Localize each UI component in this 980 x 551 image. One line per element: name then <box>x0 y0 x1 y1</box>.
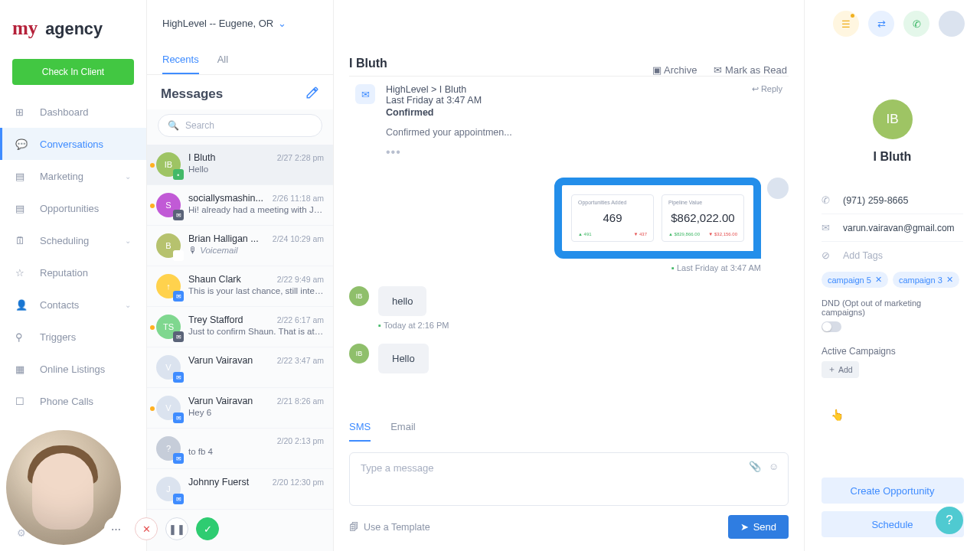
nav-triggers[interactable]: ⚲Triggers <box>0 321 146 353</box>
contact-avatar-small: IB <box>349 344 369 364</box>
nav-scheduling[interactable]: 🗓Scheduling⌄ <box>0 224 146 256</box>
conversation-time: 2/20 12:30 pm <box>273 478 324 487</box>
close-icon[interactable]: ✕ <box>135 517 158 540</box>
dnd-label: DND (Opt out of marketing campaigns) <box>822 298 963 317</box>
add-tags-row[interactable]: ⊘ Add Tags <box>822 242 963 269</box>
calendar-icon: 🗓 <box>15 235 29 246</box>
tab-recents[interactable]: Recents <box>162 46 199 74</box>
conversation-time: 2/21 8:26 am <box>277 396 324 406</box>
envelope-icon: ✉ <box>355 84 375 104</box>
message-bubble[interactable]: hello <box>378 286 426 316</box>
email-preview: Confirmed your appointmen... <box>386 127 741 138</box>
conversation-item[interactable]: ↑✉Shaun Clark2/22 9:49 amThis is your la… <box>147 266 333 307</box>
remove-tag-icon[interactable]: ✕ <box>946 275 953 285</box>
channel-badge-icon: 🎙 <box>173 250 184 261</box>
emoji-icon[interactable]: ☺ <box>769 461 779 472</box>
chevron-down-icon: ⌄ <box>125 301 131 309</box>
dnd-toggle[interactable] <box>822 321 841 332</box>
conversation-name: Johnny Fuerst <box>188 477 249 487</box>
compose-icon[interactable] <box>305 86 319 102</box>
conversation-tabs: Recents All <box>147 46 333 75</box>
check-icon[interactable]: ✓ <box>196 517 219 540</box>
marketing-icon: ▤ <box>15 171 29 182</box>
conversation-item[interactable]: V✉Varun Vairavan2/22 3:47 am <box>147 347 333 388</box>
incoming-message: IB Hello <box>349 344 789 373</box>
conversation-snippet: Hey 6 <box>188 408 324 417</box>
nav-dashboard[interactable]: ⊞Dashboard <box>0 96 146 128</box>
mark-read-button[interactable]: ✉ Mark as Read <box>714 64 787 76</box>
search-input[interactable]: 🔍 Search <box>158 114 322 137</box>
conversation-item[interactable]: ?✉2/20 2:13 pmto fb 4 <box>147 429 333 469</box>
use-template-button[interactable]: 🗐 Use a Template <box>349 522 430 533</box>
outgoing-image-message: Opportunities Added 469 ▲ 491▼ 437 Pipel… <box>349 178 789 259</box>
conversation-list: IB▪I Bluth2/27 2:28 pmHelloS✉sociallysma… <box>147 145 333 550</box>
expand-icon[interactable]: ••• <box>386 145 741 159</box>
conversation-item[interactable]: B🎙Brian Halligan ...2/24 10:29 am🎙 Voice… <box>147 226 333 266</box>
tag-chip[interactable]: campaign 3✕ <box>893 272 959 288</box>
create-opportunity-button[interactable]: Create Opportunity <box>822 478 964 504</box>
pause-icon[interactable]: ❚❚ <box>165 517 188 540</box>
email-time: Last Friday at 3:47 AM <box>386 95 741 106</box>
add-campaign-button[interactable]: ＋Add <box>822 361 859 378</box>
archive-button[interactable]: ▣ Archive <box>652 64 697 76</box>
conversation-time: 2/22 6:17 am <box>277 315 324 324</box>
phone-icon: ☐ <box>15 396 29 407</box>
chevron-down-icon: ⌄ <box>278 18 286 29</box>
conversation-snippet: Hello <box>188 165 324 174</box>
contact-phone-row[interactable]: ✆ (971) 259-8665 <box>822 187 963 214</box>
contact-email-row[interactable]: ✉ varun.vairavan@gmail.com <box>822 214 963 242</box>
nav-conversations[interactable]: 💬Conversations <box>0 128 146 160</box>
nav-opportunities[interactable]: ▤Opportunities <box>0 192 146 224</box>
nav-phone-calls[interactable]: ☐Phone Calls <box>0 385 146 417</box>
email-subject: Confirmed <box>386 107 741 118</box>
check-in-client-button[interactable]: Check In Client <box>12 59 134 85</box>
conversation-name: Shaun Clark <box>188 274 241 285</box>
reply-button[interactable]: ↩ Reply <box>752 84 782 94</box>
svg-text:my: my <box>12 18 38 38</box>
conversation-item[interactable]: IB▪I Bluth2/27 2:28 pmHello <box>147 145 333 185</box>
nav-marketing[interactable]: ▤Marketing⌄ <box>0 160 146 192</box>
avatar: IB▪ <box>156 152 181 177</box>
message-placeholder: Type a message <box>361 462 433 474</box>
triggers-icon: ⚲ <box>15 331 29 343</box>
conversation-item[interactable]: TS✉Trey Stafford2/22 6:17 amJust to conf… <box>147 307 333 347</box>
chevron-down-icon: ⌄ <box>125 172 131 181</box>
conversation-item[interactable]: S✉sociallysmashin...2/26 11:18 amHi! alr… <box>147 185 333 226</box>
conversation-snippet: This is your last chance, still intere..… <box>188 286 324 295</box>
unread-dot <box>150 406 155 411</box>
avatar: J✉ <box>156 477 181 501</box>
channel-badge-icon: ✉ <box>173 494 184 504</box>
video-controls: ⋯ ✕ ❚❚ ✓ <box>104 517 219 540</box>
attachment-icon[interactable]: 📎 <box>749 461 761 472</box>
conversation-item[interactable]: V✉Varun Vairavan2/21 8:26 amHey 6 <box>147 388 333 429</box>
envelope-icon: ✉ <box>822 222 834 233</box>
location-selector[interactable]: HighLevel -- Eugene, OR ⌄ <box>147 0 333 46</box>
conversation-item[interactable]: J✉Johnny Fuerst2/20 12:30 pm <box>147 469 333 510</box>
conversation-name: Brian Halligan ... <box>188 233 259 244</box>
conversation-snippet: to fb 4 <box>188 447 324 456</box>
contacts-icon: 👤 <box>15 299 29 311</box>
search-icon: 🔍 <box>168 120 179 131</box>
send-icon: ➤ <box>740 521 749 533</box>
tab-all[interactable]: All <box>217 46 228 74</box>
more-icon[interactable]: ⋯ <box>104 517 127 540</box>
nav-reputation[interactable]: ☆Reputation <box>0 256 146 289</box>
tab-sms[interactable]: SMS <box>349 413 371 442</box>
avatar: ?✉ <box>156 436 181 461</box>
contact-avatar: IB <box>873 99 913 139</box>
conversation-time: 2/22 3:47 am <box>277 356 324 365</box>
nav-contacts[interactable]: 👤Contacts⌄ <box>0 289 146 321</box>
nav-online-listings[interactable]: ▦Online Listings <box>0 353 146 385</box>
stats-card[interactable]: Opportunities Added 469 ▲ 491▼ 437 Pipel… <box>554 178 761 259</box>
help-button[interactable]: ? <box>936 507 963 534</box>
send-button[interactable]: ➤ Send <box>728 515 789 539</box>
message-bubble[interactable]: Hello <box>378 344 429 373</box>
conversation-name: sociallysmashin... <box>188 193 263 204</box>
tag-chip[interactable]: campaign 5✕ <box>822 272 888 288</box>
message-input[interactable]: Type a message 📎 ☺ <box>349 452 789 506</box>
conversation-name: Trey Stafford <box>188 315 243 325</box>
messages-panel: HighLevel -- Eugene, OR ⌄ Recents All Me… <box>147 0 334 551</box>
tab-email[interactable]: Email <box>390 413 416 442</box>
email-message[interactable]: ✉ HighLevel > I Bluth Last Friday at 3:4… <box>349 76 789 167</box>
remove-tag-icon[interactable]: ✕ <box>875 275 882 285</box>
